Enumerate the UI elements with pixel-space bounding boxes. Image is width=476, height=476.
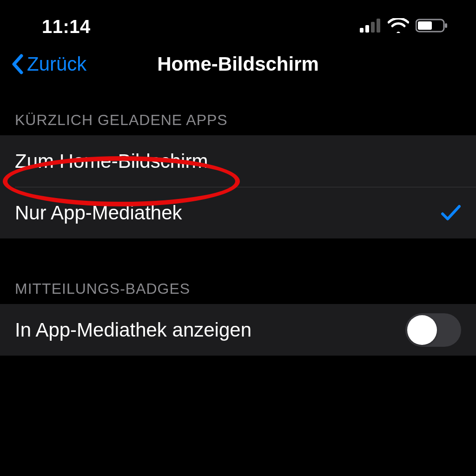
status-time: 11:14 xyxy=(42,16,91,37)
svg-rect-0 xyxy=(360,28,364,33)
option-label: Zum Home-Bildschirm xyxy=(15,150,208,172)
toggle-row-show-in-app-library: In App-Mediathek anzeigen xyxy=(0,304,476,356)
svg-rect-6 xyxy=(445,23,447,28)
svg-rect-1 xyxy=(365,25,369,33)
status-bar: 11:14 xyxy=(0,0,476,45)
wifi-icon xyxy=(388,18,409,35)
section-recent-apps: Zum Home-Bildschirm Nur App-Mediathek xyxy=(0,135,476,238)
option-add-to-home-screen[interactable]: Zum Home-Bildschirm xyxy=(0,135,476,187)
svg-rect-3 xyxy=(377,19,380,33)
option-app-library-only[interactable]: Nur App-Mediathek xyxy=(0,187,476,238)
back-label: Zurück xyxy=(27,53,86,75)
toggle-knob xyxy=(407,315,437,345)
check-icon xyxy=(441,204,461,222)
settings-body: KÜRZLICH GELADENE APPS Zum Home-Bildschi… xyxy=(0,84,476,356)
svg-rect-5 xyxy=(418,21,432,30)
option-label: Nur App-Mediathek xyxy=(15,202,182,224)
status-icons xyxy=(360,18,448,35)
section-header-badges: MITTEILUNGS-BADGES xyxy=(0,280,476,298)
section-badges: In App-Mediathek anzeigen xyxy=(0,304,476,356)
battery-icon xyxy=(416,18,448,35)
page-title: Home-Bildschirm xyxy=(157,53,319,75)
svg-rect-2 xyxy=(371,22,375,33)
back-button[interactable]: Zurück xyxy=(11,53,86,75)
section-header-recent-apps: KÜRZLICH GELADENE APPS xyxy=(0,112,476,129)
toggle-show-in-app-library[interactable] xyxy=(405,313,461,347)
chevron-left-icon xyxy=(11,54,25,74)
toggle-label: In App-Mediathek anzeigen xyxy=(15,319,251,341)
nav-bar: Zurück Home-Bildschirm xyxy=(0,45,476,84)
cellular-signal-icon xyxy=(360,19,381,34)
